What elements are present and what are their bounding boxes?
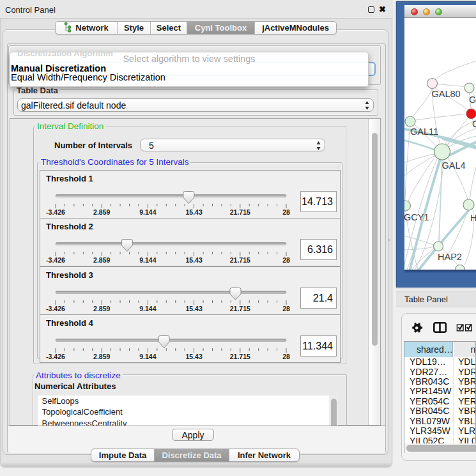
svg-text:21.715: 21.715 — [230, 305, 250, 312]
svg-text:GAL11: GAL11 — [410, 127, 438, 137]
svg-text:2.859: 2.859 — [93, 208, 110, 216]
svg-text:GAL80: GAL80 — [432, 89, 461, 99]
svg-text:9.144: 9.144 — [139, 256, 156, 264]
svg-text:28: 28 — [282, 353, 290, 360]
svg-text:2.859: 2.859 — [93, 256, 110, 264]
svg-text:21.715: 21.715 — [230, 256, 250, 264]
svg-text:15.43: 15.43 — [185, 305, 202, 312]
svg-text:HA: HA — [470, 213, 476, 223]
svg-text:C: C — [472, 119, 476, 129]
svg-text:21.715: 21.715 — [230, 353, 250, 360]
svg-text:15.43: 15.43 — [185, 256, 202, 264]
svg-text:15.43: 15.43 — [185, 353, 202, 360]
svg-text:9.144: 9.144 — [139, 208, 156, 216]
svg-text:15.43: 15.43 — [185, 208, 202, 216]
svg-text:28: 28 — [282, 256, 290, 264]
svg-text:9.144: 9.144 — [139, 353, 156, 360]
svg-text:2.859: 2.859 — [93, 305, 110, 312]
svg-text:-3.426: -3.426 — [46, 305, 65, 312]
svg-text:28: 28 — [282, 305, 290, 312]
svg-text:-3.426: -3.426 — [46, 353, 65, 360]
svg-text:-3.426: -3.426 — [46, 208, 65, 216]
svg-text:2.859: 2.859 — [93, 353, 110, 360]
svg-text:HAP2: HAP2 — [438, 252, 462, 262]
svg-text:GA: GA — [469, 95, 476, 105]
svg-text:GAL4: GAL4 — [442, 160, 466, 171]
svg-text:28: 28 — [282, 208, 290, 216]
svg-text:9.144: 9.144 — [139, 305, 156, 312]
svg-text:GCY1: GCY1 — [404, 212, 429, 222]
svg-text:21.715: 21.715 — [230, 208, 250, 216]
svg-text:-3.426: -3.426 — [46, 256, 65, 264]
